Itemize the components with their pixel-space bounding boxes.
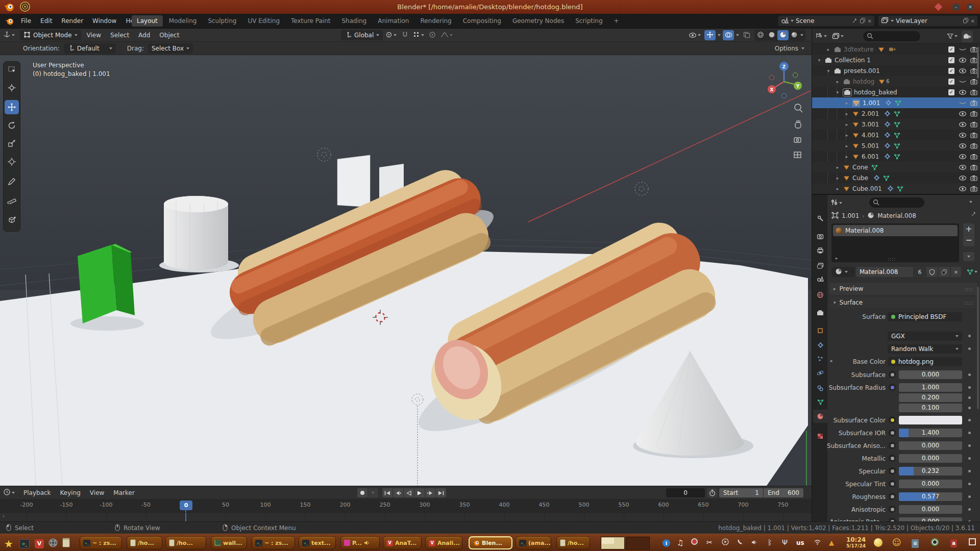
window-frame-icon[interactable]	[969, 538, 976, 547]
workspace-tab-scripting[interactable]: Scripting	[570, 15, 607, 27]
xray-toggle[interactable]	[741, 30, 752, 40]
render-visibility-icon[interactable]	[969, 111, 978, 117]
exclude-checkbox[interactable]: ✓	[947, 68, 956, 74]
outliner-row[interactable]: ▸5.001	[812, 140, 980, 151]
wifi-icon[interactable]	[814, 538, 821, 546]
outliner-row[interactable]: ▸Cone	[812, 162, 980, 172]
exclude-checkbox[interactable]: ✓	[947, 79, 956, 85]
play-button[interactable]	[414, 488, 425, 497]
keyframe-decorator[interactable]	[968, 386, 971, 389]
property-slider[interactable]: 0.000	[899, 370, 962, 379]
keyframe-decorator[interactable]	[968, 457, 971, 460]
property-menu[interactable]: hotdog.png	[888, 357, 962, 366]
input-toggle[interactable]	[889, 467, 896, 474]
usb-icon[interactable]: Ψ	[782, 538, 788, 546]
exclude-checkbox[interactable]: ✓	[947, 46, 956, 53]
outliner-item-label[interactable]: Collection 1	[835, 57, 871, 64]
keyframe-decorator[interactable]	[968, 347, 971, 350]
keyframe-decorator[interactable]	[968, 335, 971, 337]
unlink-icon[interactable]: ✕	[868, 18, 872, 24]
outliner-scrollbar[interactable]	[977, 47, 979, 79]
workspace-tab-animation[interactable]: Animation	[373, 15, 414, 27]
keyframe-decorator[interactable]	[968, 483, 971, 485]
outliner-item-label[interactable]: hotdog	[853, 78, 874, 85]
menu-window[interactable]: Window	[88, 14, 121, 28]
outliner-row[interactable]: ▾Collection 1✓	[812, 55, 980, 65]
jump-to-end-button[interactable]	[436, 488, 446, 497]
outliner-row[interactable]: ▾presets.001✓	[812, 65, 980, 76]
editor-type-3dview-icon[interactable]	[3, 31, 11, 40]
viewlayer-selector[interactable]: ViewLayer ✕	[878, 15, 978, 27]
eye-closed-icon[interactable]	[958, 100, 967, 106]
warning-icon[interactable]: ▲	[829, 538, 834, 546]
taskbar-window-image[interactable]: wall...	[211, 536, 247, 549]
select-box-tool[interactable]	[5, 62, 19, 77]
input-toggle[interactable]	[889, 442, 896, 449]
shading-wireframe-button[interactable]	[755, 30, 766, 40]
taskbar-window-file[interactable]: /ho...	[165, 536, 206, 549]
keyframe-decorator[interactable]	[968, 508, 971, 511]
eye-closed-icon[interactable]	[958, 46, 967, 53]
eye-closed-icon[interactable]	[958, 79, 967, 85]
keyframe-decorator[interactable]	[968, 419, 971, 421]
taskbar-window-v-app[interactable]: VAnaT...	[383, 536, 422, 549]
input-toggle[interactable]	[889, 429, 896, 436]
outliner-row[interactable]: ▸4.001	[812, 130, 980, 140]
property-slider[interactable]: 1.000	[899, 383, 962, 392]
remove-icon[interactable]: ✕	[971, 18, 975, 24]
add-cube-tool[interactable]	[5, 213, 19, 227]
outliner-item-label[interactable]: Cube.001	[852, 185, 882, 192]
move-tool[interactable]	[5, 100, 19, 114]
play-icon[interactable]	[722, 538, 729, 547]
disclosure-icon[interactable]: ▸	[844, 143, 850, 148]
render-visibility-icon[interactable]	[969, 154, 978, 160]
pin-icon[interactable]	[851, 17, 857, 25]
eye-icon[interactable]	[958, 186, 967, 192]
render-visibility-icon[interactable]	[969, 132, 978, 138]
proportional-falloff-dropdown[interactable]	[439, 30, 454, 40]
render-visibility-icon[interactable]	[969, 143, 978, 149]
outliner-row[interactable]: ▸hotdog6✓	[812, 76, 980, 87]
disclosure-icon[interactable]: ▾	[825, 68, 831, 73]
keyframe-decorator[interactable]	[968, 373, 971, 376]
disclosure-icon[interactable]: ▸	[844, 154, 850, 159]
input-toggle[interactable]	[889, 455, 896, 462]
eye-icon[interactable]	[958, 175, 967, 181]
taskbar-window-media[interactable]: P...	[340, 536, 380, 549]
taskbar-window-terminal[interactable]: >_(ama...	[516, 536, 551, 549]
property-dropdown[interactable]: GGX	[888, 332, 962, 341]
keyframe-decorator[interactable]	[968, 444, 971, 447]
outliner-row[interactable]: ▸6.001	[812, 151, 980, 162]
property-slider[interactable]: 0.100	[899, 404, 962, 412]
property-menu[interactable]: Principled BSDF	[888, 312, 962, 321]
workspace-tab-uv-editing[interactable]: UV Editing	[242, 15, 285, 27]
cursor-tool[interactable]	[5, 81, 19, 95]
workspace-2[interactable]	[626, 537, 650, 549]
outliner-row[interactable]: ▸3dtexture✓	[812, 44, 980, 55]
taskbar-window-terminal[interactable]: >_~ : zs...	[80, 536, 122, 549]
property-slider[interactable]: 0.000	[899, 441, 962, 450]
overlays-toggle[interactable]	[723, 30, 734, 40]
disclosure-icon[interactable]: ▸	[844, 133, 850, 138]
eye-icon[interactable]	[958, 111, 967, 117]
viewlayer-name[interactable]: ViewLayer	[896, 17, 961, 24]
terminal-launcher[interactable]: >_	[19, 538, 30, 548]
auto-key-button[interactable]	[357, 488, 368, 497]
timeline-menu-marker[interactable]: Marker	[109, 486, 139, 499]
filter-icon[interactable]	[947, 32, 953, 41]
jump-to-start-button[interactable]	[382, 488, 393, 497]
visibility-dropdown[interactable]	[687, 30, 702, 40]
media-launcher[interactable]	[48, 538, 58, 550]
dictionary-icon[interactable]: a	[950, 538, 957, 547]
axis-y-label[interactable]: Y	[796, 84, 800, 89]
pivot-point-dropdown[interactable]	[384, 30, 398, 40]
disclosure-icon[interactable]: ▸	[825, 47, 831, 52]
input-toggle[interactable]	[889, 518, 896, 521]
workspace-tab-compositing[interactable]: Compositing	[458, 15, 506, 27]
editor-type-outliner-icon[interactable]	[815, 32, 823, 41]
files-launcher[interactable]	[62, 538, 70, 549]
taskbar-window-v-app[interactable]: VAnali...	[425, 536, 462, 549]
axis-z-label[interactable]: Z	[782, 64, 786, 69]
keyboard-us-icon[interactable]: us	[796, 538, 804, 546]
input-toggle[interactable]	[889, 506, 896, 513]
